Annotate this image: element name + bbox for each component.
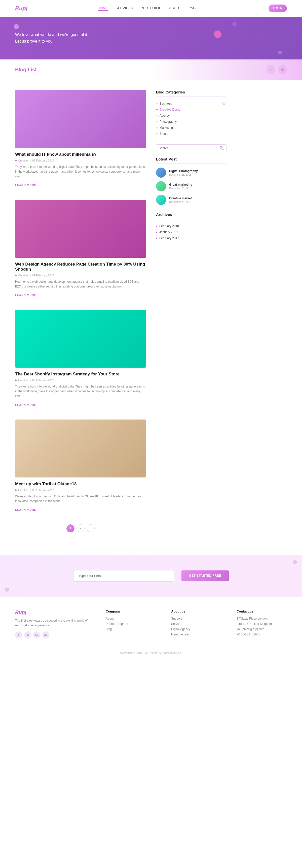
archive-feb2017[interactable]: ▸ February 2017 (156, 235, 227, 241)
footer-contact-address1: 1 Talway Place London (237, 617, 287, 620)
archive-feb2018[interactable]: ▸ February 2018 (156, 223, 227, 229)
googleplus-icon[interactable]: g+ (42, 631, 49, 639)
learn-more-2[interactable]: LEARN MORE (15, 293, 36, 297)
search-input[interactable] (159, 146, 220, 150)
archive-arrow-icon: ▸ (156, 237, 157, 240)
cta-email-input[interactable] (73, 570, 174, 582)
category-photography[interactable]: Photography (156, 119, 227, 125)
twitter-icon[interactable]: tw (33, 631, 40, 639)
post-meta-2: Creative | 09 February 2019 (15, 274, 146, 277)
cta-deco-circle-top (293, 560, 297, 564)
category-label-photography: Photography (160, 120, 177, 123)
linkedin-icon[interactable]: in (24, 631, 31, 639)
nav-page[interactable]: PAGE (189, 6, 198, 11)
category-dot-active (156, 109, 158, 111)
latest-post-item-2: Great marketing December 25, 2018 (156, 181, 227, 191)
footer-about-agency[interactable]: Digital Agency (171, 627, 222, 631)
post-image-1 (15, 90, 146, 148)
nav-services[interactable]: SERVICES (116, 6, 133, 11)
pagination: 1 2 3 (15, 524, 146, 532)
grid-view-icon[interactable]: ⊞ (278, 65, 287, 74)
post-date-separator: | (30, 159, 31, 162)
navbar: Rupj HOME SERVICES PORTFOILIO ABOUT PAGE… (0, 0, 302, 17)
get-started-button[interactable]: GET STARTED FREE (181, 570, 229, 581)
archive-arrow-icon: ▸ (156, 225, 157, 227)
footer-company-blog[interactable]: Blog (106, 627, 156, 631)
nav-home[interactable]: HOME (98, 6, 108, 11)
post-card: What should IT know about millennials? C… (15, 90, 146, 187)
post-image-3 (15, 310, 146, 368)
sidebar-latest-posts: Lotest Post Digital Photography December… (156, 157, 227, 205)
main-content: What should IT know about millennials? C… (0, 80, 302, 555)
latest-post-thumb-2 (156, 181, 166, 191)
post-date-3: 09 February 2019 (32, 379, 54, 382)
blog-list-title: Blog List (15, 67, 37, 72)
login-button[interactable]: LOGIN (269, 4, 287, 12)
learn-more-4[interactable]: LEARN MORE (15, 508, 36, 511)
category-label-marketing: Marketing (160, 126, 173, 129)
search-icon: 🔍 (220, 146, 224, 150)
nav-portfolio[interactable]: PORTFOILIO (141, 6, 162, 11)
post-card: Web Design Agency Reduces Page Creation … (15, 200, 146, 297)
footer-copyright: Copyright © 2019 Rupj Theme. All rights … (120, 651, 182, 654)
post-meta-3: Creative | 09 February 2019 (15, 379, 146, 382)
latest-post-thumb-1 (156, 167, 166, 178)
footer-contact-email: youremail@rupj.com (237, 627, 287, 631)
sidebar: Blog Categories Business (03) Creative D… (156, 90, 227, 545)
category-creative[interactable]: Creative Design (156, 106, 227, 113)
category-business[interactable]: Business (03) (156, 100, 227, 106)
archive-label-1: February 2018 (159, 224, 179, 228)
post-image-2 (15, 200, 146, 258)
post-excerpt-1: They were born into the world of digital… (15, 164, 146, 179)
archive-label-2: January 2019 (159, 230, 178, 234)
list-view-icon[interactable]: ≡ (266, 65, 275, 74)
category-count-business: (03) (222, 102, 227, 105)
post-date-1: 09 February 2019 (32, 159, 54, 162)
meta-dot (15, 160, 16, 161)
deco-circle-1 (14, 24, 19, 29)
post-date-separator: | (30, 489, 31, 492)
learn-more-1[interactable]: LEARN MORE (15, 184, 36, 187)
learn-more-3[interactable]: LEARN MORE (15, 403, 36, 406)
footer-company-about[interactable]: About (106, 617, 156, 620)
category-dot (156, 103, 158, 104)
meta-dot (15, 379, 16, 381)
footer-company-partner[interactable]: Partner Program (106, 622, 156, 626)
post-card: Meet up with Torii at Oktane18 Creative … (15, 420, 146, 512)
footer-about-support[interactable]: Support (171, 617, 222, 620)
categories-title: Blog Categories (156, 90, 227, 96)
meta-dot (15, 489, 16, 491)
category-dot (156, 133, 158, 134)
latest-post-item-1: Digital Photography December 25, 2018 (156, 167, 227, 178)
category-dot (156, 127, 158, 128)
footer-tagline: The first step towards discovering the e… (15, 618, 91, 628)
latest-post-date-2: December 25, 2018 (169, 187, 227, 190)
blog-posts-list: What should IT know about millennials? C… (15, 90, 146, 545)
facebook-icon[interactable]: f (15, 631, 22, 639)
category-smart[interactable]: Smart (156, 131, 227, 137)
post-image-4 (15, 420, 146, 477)
latest-post-title-2[interactable]: Great marketing (169, 183, 227, 186)
post-title-2: Web Design Agency Reduces Page Creation … (15, 262, 146, 272)
meta-dot (15, 275, 16, 276)
post-date-2: 09 February 2019 (32, 274, 54, 277)
page-btn-2[interactable]: 2 (76, 524, 85, 532)
post-excerpt-2: Huemor is a web design and development a… (15, 279, 146, 289)
hero-section: We love what we do and we're good at it.… (0, 17, 302, 59)
page-btn-1[interactable]: 1 (66, 524, 74, 532)
sidebar-categories: Blog Categories Business (03) Creative D… (156, 90, 227, 137)
search-box: 🔍 (156, 144, 227, 152)
latest-post-title-3[interactable]: Creative market (169, 196, 227, 200)
latest-post-title-1[interactable]: Digital Photography (169, 169, 227, 173)
footer-social: f in tw g+ (15, 631, 91, 639)
footer-about-service[interactable]: Service (171, 622, 222, 626)
page-btn-3[interactable]: 3 (87, 524, 95, 532)
footer-about-team[interactable]: Meet the team (171, 633, 222, 636)
archive-jan2019[interactable]: ▸ January 2019 (156, 229, 227, 235)
category-agency[interactable]: Agency (156, 113, 227, 119)
category-label-business: Business (160, 102, 172, 105)
footer-about-title: About us (171, 610, 222, 613)
nav-about[interactable]: ABOUT (169, 6, 181, 11)
category-marketing[interactable]: Marketing (156, 125, 227, 131)
footer-company: Company About Partner Program Blog (106, 610, 156, 639)
